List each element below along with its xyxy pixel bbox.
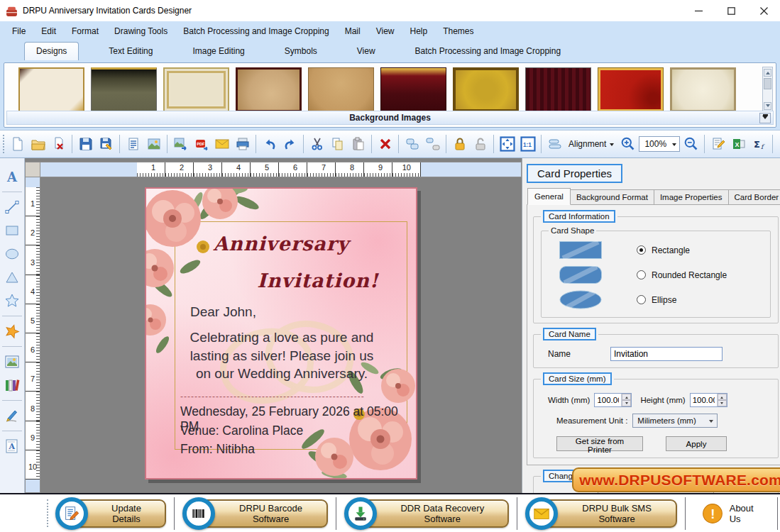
menu-edit[interactable]: Edit — [33, 23, 64, 39]
about-us-button[interactable]: ! About Us — [702, 503, 764, 524]
star-tool-icon[interactable] — [4, 292, 21, 309]
menu-format[interactable]: Format — [64, 23, 106, 39]
thumbnail-scrollbar[interactable] — [762, 67, 773, 112]
height-down-icon[interactable] — [718, 400, 727, 406]
shape-option-rectangle[interactable]: Rectangle — [637, 245, 690, 255]
height-up-icon[interactable] — [718, 394, 727, 400]
menu-help[interactable]: Help — [402, 23, 435, 39]
custom-shape-tool-icon[interactable] — [4, 323, 21, 340]
update-details-button[interactable]: Update Details — [74, 499, 166, 528]
properties-tab-background-format[interactable]: Background Format — [571, 189, 654, 205]
card-venue[interactable]: Venue: Carolina Place — [180, 423, 303, 438]
card-from[interactable]: From: Nitibha — [180, 442, 255, 457]
clipart-library-icon[interactable] — [4, 377, 21, 394]
group-icon[interactable] — [402, 135, 422, 154]
width-input[interactable] — [595, 394, 621, 406]
line-tool-icon[interactable] — [4, 199, 21, 216]
height-stepper[interactable] — [690, 393, 727, 407]
formula-icon[interactable]: Σf — [749, 135, 769, 154]
triangle-tool-icon[interactable] — [4, 269, 21, 286]
collapse-strip-button[interactable] — [759, 113, 771, 123]
delete-icon[interactable] — [375, 135, 395, 154]
thumbnail-ivory-gold-frame[interactable] — [163, 67, 229, 112]
thumbnail-maroon-gold-wave[interactable] — [380, 67, 446, 112]
shape-option-rounded-rectangle[interactable]: Rounded Rectangle — [637, 270, 727, 280]
thumbnail-olive-ornament[interactable] — [91, 67, 157, 112]
tab-text-editing[interactable]: Text Editing — [99, 43, 163, 60]
copy-icon[interactable] — [328, 135, 347, 154]
scroll-up-icon[interactable] — [764, 69, 771, 77]
card-body-text[interactable]: Celebrating a love as pure andlasting as… — [166, 328, 397, 383]
card-title-line1[interactable]: Anniversary — [146, 233, 416, 255]
maximize-button[interactable] — [715, 0, 747, 21]
thumbnail-ivory-ornate[interactable] — [670, 67, 736, 112]
zoom-in-icon[interactable] — [618, 135, 637, 154]
rectangle-tool-icon[interactable] — [4, 222, 21, 239]
scrollbar-thumb[interactable] — [764, 78, 771, 89]
new-document-icon[interactable] — [8, 135, 27, 154]
tab-designs[interactable]: Designs — [24, 42, 79, 60]
thumbnail-tan-rings[interactable] — [236, 67, 302, 112]
website-banner[interactable]: www.DRPUSOFTWARE.com — [572, 467, 780, 492]
invitation-card[interactable]: Anniversary Invitation! Dear John, Celeb… — [145, 187, 417, 480]
design-canvas[interactable]: 12345678910 12345678910 — [25, 158, 522, 493]
width-down-icon[interactable] — [622, 400, 631, 406]
properties-tab-card-border[interactable]: Card Border — [729, 189, 780, 205]
scroll-down-icon[interactable] — [764, 102, 771, 110]
zoom-level-select[interactable]: 100% — [639, 136, 680, 152]
close-button[interactable] — [747, 0, 780, 21]
card-name-input[interactable] — [610, 347, 723, 361]
export-image-icon[interactable] — [171, 135, 190, 154]
ungroup-icon[interactable] — [423, 135, 442, 154]
image-tool-icon[interactable] — [4, 353, 21, 370]
width-up-icon[interactable] — [622, 394, 631, 400]
undo-icon[interactable] — [260, 135, 279, 154]
drpu-barcode-software-button[interactable]: DRPU Barcode Software — [201, 499, 328, 528]
radio-icon[interactable] — [637, 295, 646, 304]
print-icon[interactable] — [233, 135, 252, 154]
thumbnail-golden-heart[interactable] — [453, 67, 519, 112]
minimize-button[interactable] — [682, 0, 715, 21]
unlock-icon[interactable] — [471, 135, 490, 154]
fit-to-window-icon[interactable] — [498, 135, 517, 154]
radio-icon[interactable] — [637, 270, 646, 279]
get-size-from-printer-button[interactable]: Get size from Printer — [556, 436, 643, 451]
export-excel-icon[interactable]: X — [729, 135, 748, 154]
tab-symbols[interactable]: Symbols — [275, 43, 327, 60]
card-title-line2[interactable]: Invitation! — [220, 270, 416, 292]
alignment-dropdown[interactable]: Alignment — [566, 135, 617, 153]
thumbnail-tan-corner-ornaments[interactable] — [308, 67, 374, 112]
delete-file-icon[interactable] — [49, 135, 68, 154]
ddr-data-recovery-software-button[interactable]: DDR Data Recovery Software — [363, 499, 509, 528]
thumbnail-maroon-curtain[interactable] — [525, 67, 591, 112]
crop-icon[interactable] — [776, 135, 780, 154]
menu-mail[interactable]: Mail — [337, 23, 368, 39]
properties-tab-general[interactable]: General — [527, 188, 571, 205]
height-input[interactable] — [691, 394, 717, 406]
export-pdf-icon[interactable]: PDF — [192, 135, 211, 154]
drpu-bulk-sms-software-button[interactable]: DRPU Bulk SMS Software — [544, 499, 676, 528]
word-art-icon[interactable]: A — [4, 438, 21, 455]
lock-icon[interactable] — [450, 135, 469, 154]
tab-image-editing[interactable]: Image Editing — [182, 43, 254, 60]
signature-tool-icon[interactable] — [4, 407, 21, 424]
tab-batch-processing-and-image-cropping[interactable]: Batch Processing and Image Cropping — [405, 43, 571, 60]
thumbnail-cream-gold-frame[interactable] — [18, 67, 84, 112]
apply-button[interactable]: Apply — [666, 436, 727, 451]
ellipse-tool-icon[interactable] — [4, 245, 21, 262]
zoom-out-icon[interactable] — [681, 135, 701, 154]
shape-option-ellipse[interactable]: Ellipse — [637, 295, 676, 305]
save-as-icon[interactable] — [97, 135, 116, 154]
edit-form-icon[interactable] — [708, 135, 727, 154]
menu-themes[interactable]: Themes — [435, 23, 481, 39]
width-stepper[interactable] — [594, 393, 632, 407]
insert-image-icon[interactable] — [144, 135, 163, 154]
thumbnail-red-gold-hearts[interactable] — [598, 67, 664, 112]
text-tool-icon[interactable]: A — [4, 168, 21, 185]
menu-batch-processing-and-image-cropping[interactable]: Batch Processing and Image Cropping — [175, 23, 336, 39]
cut-icon[interactable] — [307, 135, 326, 154]
alignment-shapes-icon[interactable] — [545, 135, 564, 154]
actual-size-icon[interactable]: 1:1 — [518, 135, 537, 154]
paste-icon[interactable] — [348, 135, 368, 154]
menu-drawing-tools[interactable]: Drawing Tools — [106, 23, 175, 39]
